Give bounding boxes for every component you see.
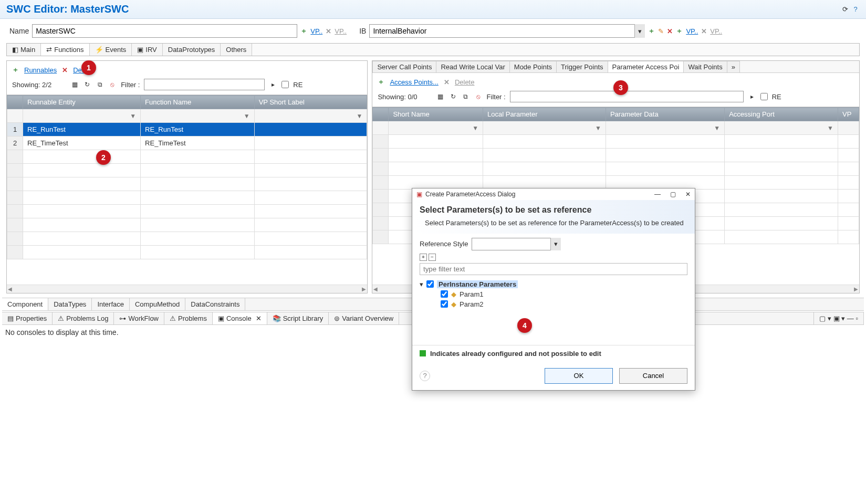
tab-others[interactable]: Others <box>221 44 252 56</box>
filter-icon[interactable]: ▼ <box>357 112 363 120</box>
dialog-filter-input[interactable] <box>420 263 687 275</box>
tab-datatypes[interactable]: DataTypes <box>48 298 92 310</box>
tree-item-label[interactable]: Param1 <box>460 290 484 298</box>
help-icon[interactable]: ? <box>851 5 860 14</box>
ib-delete-icon[interactable]: ✕ <box>667 27 673 35</box>
tree-item-checkbox[interactable] <box>441 290 448 298</box>
table-row[interactable]: 2 RE_TimeTest RE_TimeTest <box>7 136 367 150</box>
col-vp-short-label[interactable]: VP Short Label <box>254 96 367 109</box>
hscroll-left[interactable]: ◀▶ <box>7 285 367 293</box>
tab-variant-overview[interactable]: ⊚Variant Overview <box>329 312 399 324</box>
ib-dropdown-arrow[interactable]: ▾ <box>634 24 645 38</box>
filter-icon[interactable]: ▼ <box>472 124 478 132</box>
toggle-icon[interactable]: ▦ <box>436 92 445 101</box>
tab-trigger-points[interactable]: Trigger Points <box>556 61 608 72</box>
access-points-link[interactable]: Access Points... <box>390 78 438 86</box>
filter-go-icon[interactable]: ▸ <box>269 80 277 89</box>
col-accessing-port[interactable]: Accessing Port <box>725 108 838 121</box>
name-input[interactable] <box>32 24 297 38</box>
tab-overflow[interactable]: » <box>727 61 740 72</box>
ib-add2-icon[interactable]: ＋ <box>676 26 683 36</box>
tab-workflow[interactable]: ⊶WorkFlow <box>114 312 164 324</box>
tab-dataconstraints[interactable]: DataConstraints <box>185 298 245 310</box>
tab-parameter-access-poi[interactable]: Parameter Access Poi <box>608 61 684 72</box>
vp-link-1[interactable]: VP.. <box>310 27 322 35</box>
reference-style-select[interactable] <box>472 238 561 250</box>
col-runnable-entity[interactable]: Runnable Entity <box>23 96 141 109</box>
tab-script-library[interactable]: 📚Script Library <box>267 312 329 324</box>
filter-icon[interactable]: ▼ <box>244 112 250 120</box>
filter-input-left[interactable] <box>144 79 265 90</box>
add-runnable-icon[interactable]: ＋ <box>12 65 19 75</box>
tree-item-label[interactable]: Param2 <box>460 300 484 308</box>
add-icon[interactable]: ＋ <box>300 26 307 36</box>
add-access-point-icon[interactable]: ＋ <box>378 77 384 87</box>
ib-label: IB <box>359 27 366 35</box>
link-icon[interactable]: ⧉ <box>96 80 104 89</box>
refresh-grid-icon[interactable]: ↻ <box>449 92 457 101</box>
maximize-icon[interactable]: ▢ <box>670 191 676 198</box>
tab-compumethod[interactable]: CompuMethod <box>130 298 185 310</box>
tab-irv[interactable]: ▣IRV <box>132 44 162 56</box>
link-icon[interactable]: ⧉ <box>462 92 470 101</box>
filter-icon[interactable]: ▼ <box>595 124 601 132</box>
console-toolbar[interactable]: ▢ ▾ ▣ ▾ — ▫ <box>813 312 864 324</box>
reference-style-arrow[interactable]: ▾ <box>550 238 561 250</box>
vp-link-2[interactable]: VP.. <box>686 27 698 35</box>
tab-properties[interactable]: ▤Properties <box>2 312 53 324</box>
ib-remove2-icon[interactable]: ✕ <box>701 27 707 35</box>
ib-input[interactable] <box>369 24 645 38</box>
tab-dataprototypes[interactable]: DataPrototypes <box>163 44 221 56</box>
filter-icon[interactable]: ▼ <box>827 124 833 132</box>
tab-functions[interactable]: ⇄Functions <box>41 44 89 56</box>
tab-problems-log[interactable]: ⚠Problems Log <box>53 312 114 324</box>
collapse-all-icon[interactable]: − <box>429 254 436 261</box>
filter-input-right[interactable] <box>510 91 744 102</box>
tab-wait-points[interactable]: Wait Points <box>683 61 727 72</box>
block-icon[interactable]: ⦸ <box>474 92 483 101</box>
close-icon[interactable]: ✕ <box>685 191 691 198</box>
col-function-name[interactable]: Function Name <box>141 96 255 109</box>
table-row[interactable]: 1 RE_RunTest RE_RunTest <box>7 123 367 136</box>
tree-root-label[interactable]: PerInstance Parameters <box>437 280 518 288</box>
refresh-grid-icon[interactable]: ↻ <box>83 80 91 89</box>
ok-button[interactable]: OK <box>545 368 613 384</box>
tab-console[interactable]: ▣Console✕ <box>213 312 267 324</box>
tab-problems[interactable]: ⚠Problems <box>164 312 213 324</box>
tree-expand-icon[interactable]: ▾ <box>420 280 423 288</box>
tab-main[interactable]: ◧Main <box>7 44 41 56</box>
filter-icon[interactable]: ▼ <box>714 124 720 132</box>
re-checkbox-right[interactable] <box>760 93 768 100</box>
expand-all-icon[interactable]: + <box>420 254 427 261</box>
param-icon: ◆ <box>451 290 456 298</box>
tab-events[interactable]: ⚡Events <box>90 44 132 56</box>
col-parameter-data[interactable]: Parameter Data <box>606 108 724 121</box>
tab-interface[interactable]: Interface <box>92 298 130 310</box>
ib-edit-icon[interactable]: ✎ <box>658 27 664 35</box>
block-icon[interactable]: ⦸ <box>108 80 117 89</box>
vp-link-1-disabled: VP.. <box>335 27 347 35</box>
col-short-name[interactable]: Short Name <box>389 108 483 121</box>
remove-icon[interactable]: ✕ <box>326 27 331 35</box>
filter-go-icon[interactable]: ▸ <box>748 92 756 101</box>
runnables-link[interactable]: Runnables <box>24 66 57 74</box>
col-vp[interactable]: VP <box>838 108 859 121</box>
tree-item-checkbox[interactable] <box>441 300 448 308</box>
dialog-help-icon[interactable]: ? <box>420 371 430 381</box>
toggle-icon[interactable]: ▦ <box>70 80 79 89</box>
filter-icon[interactable]: ▼ <box>130 112 136 120</box>
re-checkbox-left[interactable] <box>281 81 289 88</box>
ib-add-icon[interactable]: ＋ <box>648 26 655 36</box>
tab-component[interactable]: Component <box>2 298 48 310</box>
cancel-button[interactable]: Cancel <box>619 368 687 384</box>
tab-server-call-points[interactable]: Server Call Points <box>372 61 436 72</box>
annotation-badge-1: 1 <box>81 60 96 75</box>
refresh-icon[interactable]: ⟳ <box>841 5 849 14</box>
tree-root-checkbox[interactable] <box>426 280 434 288</box>
minimize-icon[interactable]: — <box>654 191 661 198</box>
col-local-parameter[interactable]: Local Parameter <box>483 108 606 121</box>
vp-link-2-disabled: VP.. <box>710 27 722 35</box>
delete-runnable-icon[interactable]: ✕ <box>62 66 68 74</box>
tab-read-write-local-var[interactable]: Read Write Local Var <box>436 61 509 72</box>
tab-mode-points[interactable]: Mode Points <box>509 61 557 72</box>
